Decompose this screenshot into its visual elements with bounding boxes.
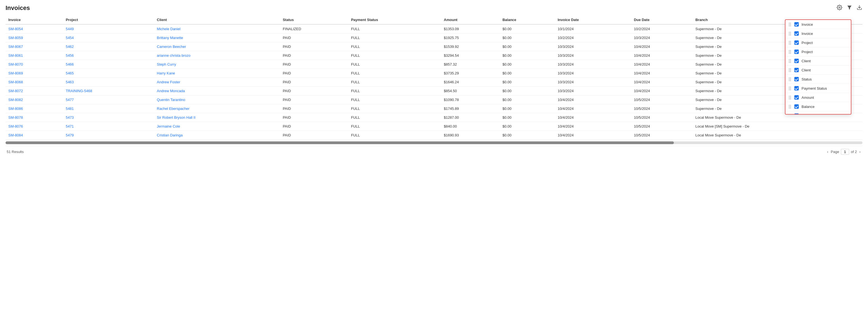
chooser-checkbox[interactable]	[794, 49, 799, 54]
link-invoice[interactable]: SM-8086	[8, 107, 23, 111]
link-invoice[interactable]: SM-8078	[8, 115, 23, 119]
link-invoice[interactable]: SM-8059	[8, 36, 23, 40]
cell-project[interactable]: 5465	[63, 69, 154, 78]
cell-client[interactable]: Rachel Eberspacher	[154, 104, 280, 113]
link-project[interactable]: 5463	[66, 80, 74, 84]
chooser-item-10[interactable]: Invoice Date	[785, 111, 851, 114]
cell-invoice[interactable]: SM-8070	[5, 60, 63, 69]
download-icon[interactable]	[856, 4, 863, 10]
scrollbar-thumb[interactable]	[5, 141, 674, 144]
chooser-item-1[interactable]: Invoice	[785, 29, 851, 38]
cell-project[interactable]: 5479	[63, 131, 154, 140]
col-invoice[interactable]: Invoice	[5, 15, 63, 24]
cell-client[interactable]: Cristian Daringa	[154, 131, 280, 140]
cell-client[interactable]: Andrew Moncada	[154, 86, 280, 96]
cell-invoice[interactable]: SM-8059	[5, 33, 63, 42]
cell-invoice[interactable]: SM-8084	[5, 131, 63, 140]
cell-project[interactable]: 5463	[63, 78, 154, 86]
cell-client[interactable]: Harry Kane	[154, 69, 280, 78]
col-invoice-date[interactable]: Invoice Date	[555, 15, 631, 24]
cell-project[interactable]: 5477	[63, 96, 154, 104]
cell-invoice[interactable]: SM-8061	[5, 51, 63, 60]
link-client[interactable]: Rachel Eberspacher	[157, 107, 189, 111]
link-invoice[interactable]: SM-8054	[8, 27, 23, 31]
chooser-checkbox[interactable]	[794, 40, 799, 45]
col-payment-status[interactable]: Payment Status	[348, 15, 441, 24]
chooser-item-2[interactable]: Project	[785, 38, 851, 47]
cell-client[interactable]: Sir Robert Bryson Hall II	[154, 113, 280, 122]
cell-invoice[interactable]: SM-8054	[5, 24, 63, 33]
link-invoice[interactable]: SM-8069	[8, 71, 23, 75]
link-invoice[interactable]: SM-8061	[8, 54, 23, 58]
drag-handle-icon[interactable]	[789, 32, 791, 35]
cell-client[interactable]: Michele Daniel	[154, 24, 280, 33]
drag-handle-icon[interactable]	[789, 41, 791, 44]
column-chooser-scroll[interactable]: InvoiceInvoiceProjectProjectClientClient…	[785, 20, 851, 114]
drag-handle-icon[interactable]	[789, 96, 791, 99]
cell-client[interactable]: Steph Curry	[154, 60, 280, 69]
chooser-checkbox[interactable]	[794, 59, 799, 63]
link-project[interactable]: 5471	[66, 124, 74, 129]
link-project[interactable]: 5449	[66, 27, 74, 31]
chooser-checkbox[interactable]	[794, 95, 799, 100]
cell-invoice[interactable]: SM-8078	[5, 113, 63, 122]
filter-icon[interactable]	[846, 4, 852, 10]
col-client[interactable]: Client	[154, 15, 280, 24]
gear-icon[interactable]	[836, 4, 842, 10]
link-client[interactable]: Andrew Moncada	[157, 89, 185, 93]
cell-invoice[interactable]: SM-8072	[5, 86, 63, 96]
chooser-item-6[interactable]: Status	[785, 75, 851, 84]
cell-invoice[interactable]: SM-8069	[5, 69, 63, 78]
link-client[interactable]: Sir Robert Bryson Hall II	[157, 115, 195, 119]
link-client[interactable]: Cristian Daringa	[157, 133, 183, 137]
link-client[interactable]: Harry Kane	[157, 71, 175, 75]
chooser-item-0[interactable]: Invoice	[785, 20, 851, 29]
cell-client[interactable]: Quentin Tarantino	[154, 96, 280, 104]
link-project[interactable]: 5477	[66, 98, 74, 102]
cell-client[interactable]: arianne christa brozo	[154, 51, 280, 60]
cell-client[interactable]: Andrew Foster	[154, 78, 280, 86]
cell-invoice[interactable]: SM-8076	[5, 122, 63, 131]
prev-page-button[interactable]: ‹	[826, 150, 829, 154]
chooser-item-4[interactable]: Client	[785, 57, 851, 66]
link-project[interactable]: 5481	[66, 107, 74, 111]
link-invoice[interactable]: SM-8070	[8, 62, 23, 66]
link-client[interactable]: Jermaine Cole	[157, 124, 180, 129]
drag-handle-icon[interactable]	[789, 68, 791, 72]
page-number-input[interactable]	[841, 149, 849, 155]
drag-handle-icon[interactable]	[789, 23, 791, 26]
link-client[interactable]: Quentin Tarantino	[157, 98, 185, 102]
chooser-checkbox[interactable]	[794, 68, 799, 72]
col-balance[interactable]: Balance	[500, 15, 555, 24]
chooser-checkbox[interactable]	[794, 77, 799, 81]
link-client[interactable]: Steph Curry	[157, 62, 176, 66]
link-client[interactable]: arianne christa brozo	[157, 54, 190, 58]
link-project[interactable]: 5466	[66, 62, 74, 66]
chooser-checkbox[interactable]	[794, 113, 799, 114]
chooser-checkbox[interactable]	[794, 86, 799, 91]
link-project[interactable]: TRAINING-5468	[66, 89, 92, 93]
cell-client[interactable]: Cameron Beecher	[154, 42, 280, 51]
horizontal-scrollbar[interactable]	[5, 141, 863, 144]
drag-handle-icon[interactable]	[789, 86, 791, 90]
link-project[interactable]: 5454	[66, 36, 74, 40]
cell-project[interactable]: 5481	[63, 104, 154, 113]
col-status[interactable]: Status	[280, 15, 348, 24]
cell-invoice[interactable]: SM-8082	[5, 96, 63, 104]
cell-project[interactable]: 5456	[63, 51, 154, 60]
cell-invoice[interactable]: SM-8068	[5, 78, 63, 86]
cell-project[interactable]: 5466	[63, 60, 154, 69]
cell-invoice[interactable]: SM-8067	[5, 42, 63, 51]
drag-handle-icon[interactable]	[789, 77, 791, 81]
cell-project[interactable]: 5473	[63, 113, 154, 122]
cell-client[interactable]: Jermaine Cole	[154, 122, 280, 131]
cell-invoice[interactable]: SM-8086	[5, 104, 63, 113]
chooser-item-8[interactable]: Amount	[785, 93, 851, 102]
link-client[interactable]: Cameron Beecher	[157, 44, 186, 49]
chooser-item-3[interactable]: Project	[785, 47, 851, 57]
drag-handle-icon[interactable]	[789, 105, 791, 108]
link-invoice[interactable]: SM-8076	[8, 124, 23, 129]
cell-client[interactable]: Brittany Manette	[154, 33, 280, 42]
col-due-date[interactable]: Due Date	[631, 15, 693, 24]
cell-project[interactable]: 5449	[63, 24, 154, 33]
